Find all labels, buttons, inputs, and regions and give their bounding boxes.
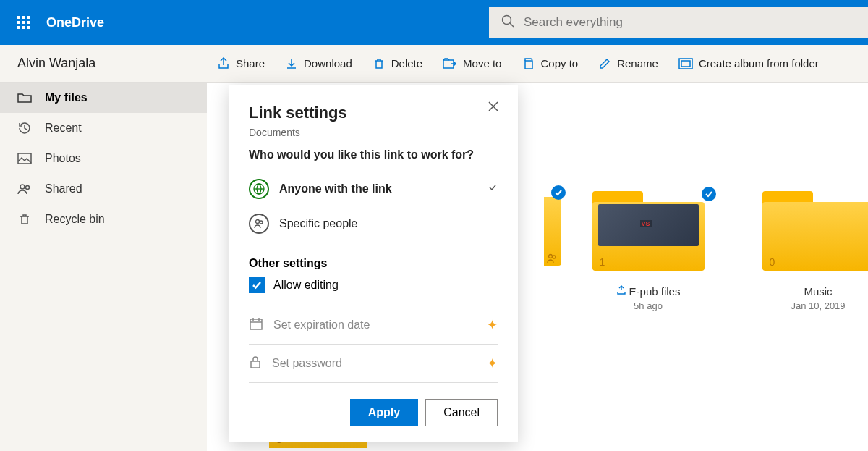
download-action[interactable]: Download xyxy=(275,45,362,83)
svg-rect-8 xyxy=(27,26,30,29)
svg-rect-14 xyxy=(681,61,690,67)
dialog-question: Who would you like this link to work for… xyxy=(249,148,498,161)
svg-point-21 xyxy=(256,220,260,224)
premium-icon: ✦ xyxy=(487,355,498,371)
nav-label: Recent xyxy=(45,122,82,135)
left-nav: My files Recent Photos Shared Recycle bi… xyxy=(0,83,207,451)
svg-point-17 xyxy=(26,186,30,190)
svg-point-18 xyxy=(549,255,553,258)
link-settings-dialog: Link settings Documents Who would you li… xyxy=(229,85,518,442)
folder-icon xyxy=(17,92,32,104)
check-icon xyxy=(551,185,566,200)
delete-action[interactable]: Delete xyxy=(362,45,433,83)
share-icon xyxy=(217,57,230,70)
folder-name: E-pub files xyxy=(629,285,681,298)
svg-rect-0 xyxy=(17,16,20,19)
shared-badge-icon xyxy=(616,285,626,298)
moveto-icon xyxy=(443,58,457,69)
setting-label: Set password xyxy=(272,357,342,370)
svg-rect-23 xyxy=(250,319,262,329)
rename-action[interactable]: Rename xyxy=(588,45,668,83)
svg-rect-2 xyxy=(27,16,30,19)
delete-label: Delete xyxy=(391,57,422,69)
create-album-action[interactable]: Create album from folder xyxy=(668,45,829,83)
clock-icon xyxy=(17,122,32,135)
folder-card[interactable]: VS 1 E-pub files 5h ago xyxy=(583,191,713,311)
dialog-title: Link settings xyxy=(249,104,498,122)
svg-line-10 xyxy=(510,23,514,27)
apply-button[interactable]: Apply xyxy=(350,399,418,426)
album-icon xyxy=(678,58,693,69)
close-button[interactable] xyxy=(488,101,499,115)
rename-label: Rename xyxy=(617,57,658,69)
download-icon xyxy=(285,57,298,70)
svg-rect-6 xyxy=(17,26,20,29)
nav-recent[interactable]: Recent xyxy=(0,113,207,143)
folder-card[interactable]: 0 Music Jan 10, 2019 xyxy=(753,191,868,311)
check-icon xyxy=(702,187,716,201)
folder-name: Music xyxy=(804,285,832,298)
share-label: Share xyxy=(236,57,265,69)
pencil-icon xyxy=(598,57,611,70)
setting-label: Set expiration date xyxy=(273,319,370,332)
svg-rect-1 xyxy=(22,16,25,19)
people-icon xyxy=(547,253,557,266)
trash-icon xyxy=(373,57,386,70)
svg-rect-7 xyxy=(22,26,25,29)
svg-point-19 xyxy=(553,256,556,258)
folder-date: 5h ago xyxy=(634,300,663,311)
set-password-row[interactable]: Set password ✦ xyxy=(249,345,498,383)
search-icon xyxy=(501,14,515,31)
copyto-label: Copy to xyxy=(540,57,578,69)
photo-icon xyxy=(17,153,32,164)
svg-rect-15 xyxy=(18,153,31,164)
allow-editing-checkbox[interactable]: Allow editing xyxy=(249,277,498,293)
download-label: Download xyxy=(304,57,352,69)
globe-icon xyxy=(249,179,269,199)
nav-photos[interactable]: Photos xyxy=(0,143,207,174)
svg-rect-12 xyxy=(525,61,532,69)
command-bar: Alvin Wanjala Share Download Delete Move… xyxy=(0,45,868,83)
checkbox-checked-icon xyxy=(249,277,265,293)
folder-date: Jan 10, 2019 xyxy=(791,300,845,311)
search-box[interactable] xyxy=(489,7,868,38)
option-specific[interactable]: Specific people xyxy=(249,206,498,241)
premium-icon: ✦ xyxy=(487,317,498,333)
nav-shared[interactable]: Shared xyxy=(0,174,207,204)
svg-point-9 xyxy=(503,16,511,25)
nav-label: Photos xyxy=(45,152,81,165)
nav-label: Shared xyxy=(45,182,82,195)
set-expiration-row[interactable]: Set expiration date ✦ xyxy=(249,306,498,345)
option-label: Anyone with the link xyxy=(279,182,392,195)
copyto-action[interactable]: Copy to xyxy=(511,45,588,83)
dialog-subtitle: Documents xyxy=(249,127,498,138)
checkbox-label: Allow editing xyxy=(273,279,339,292)
moveto-action[interactable]: Move to xyxy=(433,45,511,83)
nav-label: My files xyxy=(45,91,88,104)
moveto-label: Move to xyxy=(463,57,501,69)
calendar-icon xyxy=(249,316,263,334)
cancel-button[interactable]: Cancel xyxy=(425,399,498,426)
folder-count: 1 xyxy=(600,256,605,268)
brand-title: OneDrive xyxy=(46,15,104,30)
app-launcher-icon[interactable] xyxy=(6,5,41,40)
nav-myfiles[interactable]: My files xyxy=(0,83,207,113)
people-icon xyxy=(17,183,32,195)
svg-rect-3 xyxy=(17,21,20,24)
search-input[interactable] xyxy=(524,15,856,30)
share-action[interactable]: Share xyxy=(207,45,275,83)
svg-rect-4 xyxy=(22,21,25,24)
option-anyone[interactable]: Anyone with the link xyxy=(249,172,498,206)
folder-card[interactable] xyxy=(518,185,561,340)
other-settings-label: Other settings xyxy=(249,257,498,270)
people-icon xyxy=(249,214,269,234)
chevron-down-icon xyxy=(488,182,498,195)
folder-count: 0 xyxy=(770,256,775,268)
create-album-label: Create album from folder xyxy=(699,57,819,69)
svg-rect-24 xyxy=(251,361,260,368)
svg-rect-5 xyxy=(27,21,30,24)
nav-recycle[interactable]: Recycle bin xyxy=(0,204,207,235)
nav-label: Recycle bin xyxy=(45,213,105,226)
svg-point-16 xyxy=(20,185,25,189)
lock-icon xyxy=(249,355,262,372)
